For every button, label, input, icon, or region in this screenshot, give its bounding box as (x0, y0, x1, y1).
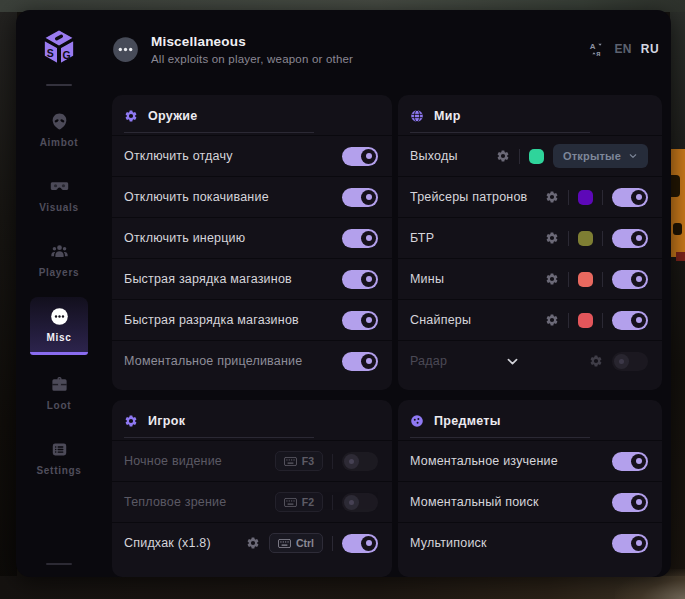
feature-row: Моментальный поиск (398, 481, 662, 522)
gear-icon[interactable] (545, 190, 559, 204)
sidebar-item-misc[interactable]: Misc (30, 297, 88, 355)
section-header: Оружие (112, 95, 392, 132)
toggle-switch[interactable] (342, 147, 378, 166)
row-controls: F2 (275, 492, 378, 512)
row-controls (342, 352, 378, 371)
section-card-world: Мир Выходы Открытые Трейсеры патронов БТ… (398, 95, 662, 390)
toggle-switch[interactable] (612, 352, 648, 371)
feature-row: Снайперы (398, 299, 662, 340)
toggle-switch[interactable] (342, 493, 378, 512)
section-title: Мир (434, 109, 461, 123)
sidebar-item-settings[interactable]: Settings (30, 430, 88, 485)
feature-row: Отключить покачивание (112, 176, 392, 217)
feature-label: Радар (410, 354, 447, 368)
toggle-switch[interactable] (612, 229, 648, 248)
feature-label: Моментальный поиск (410, 495, 539, 509)
feature-label: Тепловое зрение (124, 495, 226, 509)
toggle-knob (631, 313, 646, 328)
sidebar-item-players[interactable]: Players (30, 232, 88, 287)
feature-row: Ночное видение F3 (112, 440, 392, 481)
row-controls (342, 311, 378, 330)
row-controls (545, 229, 648, 248)
sidebar-divider (46, 84, 72, 86)
toggle-switch[interactable] (612, 534, 648, 553)
toggle-switch[interactable] (612, 311, 648, 330)
toggle-switch[interactable] (612, 188, 648, 207)
separator (602, 190, 603, 205)
background-game-right (670, 12, 685, 599)
gear-icon[interactable] (246, 536, 260, 550)
separator (602, 313, 603, 328)
hotkey-badge[interactable]: F2 (275, 492, 323, 512)
section-title: Предметы (434, 414, 501, 428)
gear-icon (124, 109, 138, 123)
feature-label: Мины (410, 272, 444, 286)
page-subtitle: All exploits on player, weapon or other (151, 53, 353, 65)
feature-row: Тепловое зрение F2 (112, 481, 392, 522)
toggle-switch[interactable] (612, 493, 648, 512)
toggle-switch[interactable] (612, 270, 648, 289)
color-swatch[interactable] (578, 272, 593, 287)
ellipsis-icon (50, 307, 69, 326)
language-en[interactable]: EN (614, 42, 631, 56)
toggle-switch[interactable] (342, 452, 378, 471)
feature-label: БТР (410, 231, 434, 245)
hotkey-label: F2 (302, 496, 314, 508)
feature-row: Моментальное прицеливание (112, 340, 392, 381)
toggle-knob (631, 495, 646, 510)
feature-row: Мины (398, 258, 662, 299)
orb-icon (410, 414, 424, 428)
sidebar-item-label: Loot (47, 400, 71, 411)
main-content: Miscellaneous All exploits on player, we… (102, 10, 671, 577)
sidebar-item-loot[interactable]: Loot (30, 365, 88, 420)
language-ru[interactable]: RU (641, 42, 659, 56)
expand-chevron-icon[interactable] (505, 354, 520, 369)
hotkey-badge[interactable]: Ctrl (269, 533, 323, 553)
toggle-switch[interactable] (342, 188, 378, 207)
section-title: Игрок (148, 414, 185, 428)
feature-row: БТР (398, 217, 662, 258)
feature-label: Быстрая разрядка магазинов (124, 313, 299, 327)
separator (568, 231, 569, 246)
separator (332, 495, 333, 510)
row-controls: F3 (275, 451, 378, 471)
toggle-knob (631, 272, 646, 287)
gear-icon[interactable] (545, 313, 559, 327)
row-controls (545, 188, 648, 207)
section-card-weapon: Оружие Отключить отдачу Отключить покачи… (112, 95, 392, 390)
separator (332, 454, 333, 469)
section-header: Мир (398, 95, 662, 132)
toggle-switch[interactable] (342, 270, 378, 289)
feature-label: Отключить отдачу (124, 149, 233, 163)
section-divider (124, 437, 314, 438)
hotkey-badge[interactable]: F3 (275, 451, 323, 471)
toggle-knob (361, 354, 376, 369)
color-swatch[interactable] (578, 190, 593, 205)
color-swatch[interactable] (578, 231, 593, 246)
feature-label: Трейсеры патронов (410, 190, 527, 204)
toggle-switch[interactable] (342, 311, 378, 330)
color-swatch[interactable] (529, 149, 544, 164)
feature-row: Моментальное изучение (398, 440, 662, 481)
gear-icon[interactable] (589, 354, 603, 368)
feature-row: Спидхак (x1.8) Ctrl (112, 522, 392, 563)
background-game-bottom (0, 576, 685, 599)
gear-icon[interactable] (545, 272, 559, 286)
feature-label: Отключить инерцию (124, 231, 245, 245)
toggle-knob (344, 495, 359, 510)
toggle-switch[interactable] (612, 452, 648, 471)
gear-icon[interactable] (545, 231, 559, 245)
briefcase-icon (50, 375, 69, 394)
toggle-knob (344, 454, 359, 469)
toggle-switch[interactable] (342, 352, 378, 371)
gear-icon[interactable] (496, 149, 510, 163)
sidebar-item-visuals[interactable]: Visuals (30, 167, 88, 222)
sidebar-item-aimbot[interactable]: Aimbot (30, 102, 88, 157)
toggle-switch[interactable] (342, 229, 378, 248)
row-controls (612, 493, 648, 512)
color-swatch[interactable] (578, 313, 593, 328)
row-controls (342, 229, 378, 248)
toggle-switch[interactable] (342, 534, 378, 553)
separator (568, 313, 569, 328)
dropdown[interactable]: Открытые (553, 144, 648, 168)
